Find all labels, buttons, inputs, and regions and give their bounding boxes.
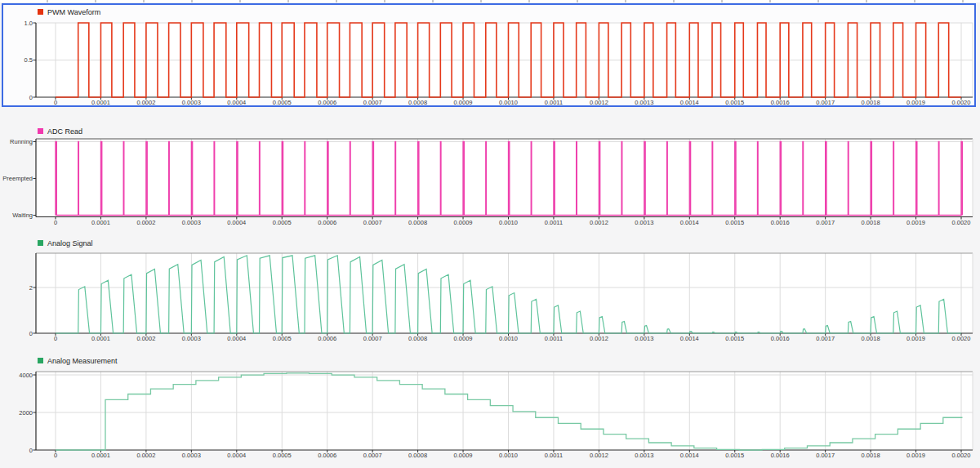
legend-adc-read[interactable]: ADC Read [38,127,82,136]
legend-analog-measurement[interactable]: Analog Measurement [38,356,118,365]
logic-analyzer-view: PWM Waveform ADC Read Analog Signal Anal… [0,0,980,468]
legend-analog-signal[interactable]: Analog Signal [38,238,93,247]
legend-color-swatch [38,128,43,134]
legend-color-swatch [38,9,43,15]
panel-analog-measurement[interactable] [2,351,978,462]
legend-label: ADC Read [47,127,82,136]
time-ruler [0,0,980,2]
legend-label: Analog Measurement [47,357,118,365]
panel-pwm-waveform[interactable] [2,3,978,107]
legend-color-swatch [38,358,43,363]
legend-pwm-waveform[interactable]: PWM Waveform [38,7,100,16]
legend-label: PWM Waveform [47,8,100,16]
panel-adc-read[interactable] [2,121,978,232]
panel-analog-signal[interactable] [2,234,978,351]
legend-label: Analog Signal [47,239,93,247]
legend-color-swatch [38,240,43,246]
